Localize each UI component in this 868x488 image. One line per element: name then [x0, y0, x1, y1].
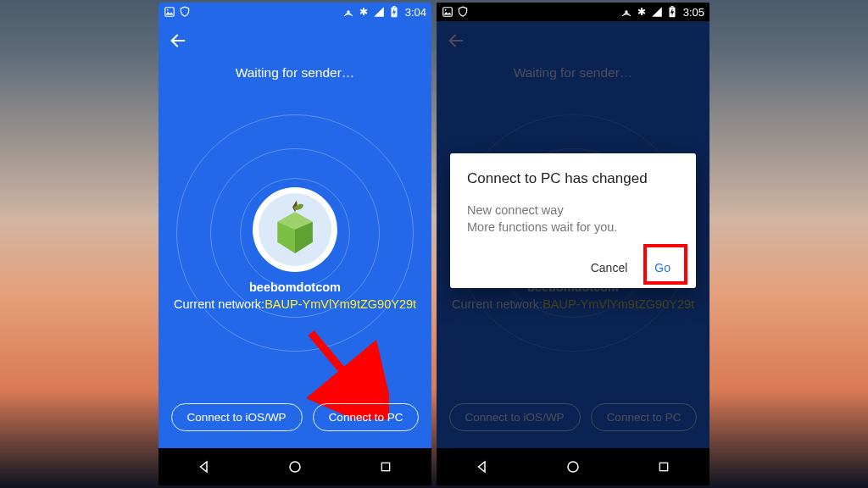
dialog-connect-pc-changed: Connect to PC has changed New connect wa… — [450, 153, 696, 288]
svg-point-2 — [348, 11, 349, 13]
status-left — [442, 6, 469, 18]
hotspot-icon — [620, 6, 632, 18]
dialog-actions: Cancel Go — [467, 254, 679, 281]
connect-pc-button[interactable]: Connect to PC — [313, 403, 420, 431]
status-right: ✱ 3:05 — [620, 6, 704, 19]
svg-rect-11 — [382, 463, 390, 470]
button-row: Connect to iOS/WP Connect to PC — [159, 403, 431, 431]
avatar — [253, 187, 337, 272]
svg-point-14 — [626, 11, 627, 13]
status-bar: ✱ 3:05 — [437, 3, 709, 21]
nav-home-button[interactable] — [565, 458, 581, 475]
network-value: BAUP-YmVlYm9tZG90Y29t — [264, 297, 416, 311]
nav-back-button[interactable] — [474, 458, 491, 475]
back-button[interactable] — [169, 31, 187, 50]
network-label: Current network: — [174, 297, 264, 311]
bluetooth-icon: ✱ — [636, 6, 648, 18]
nav-recent-button[interactable] — [655, 458, 672, 475]
battery-icon — [388, 6, 400, 18]
connect-ios-button[interactable]: Connect to iOS/WP — [171, 403, 303, 431]
dialog-line1: New connect way — [467, 202, 679, 219]
signal-icon — [373, 6, 385, 18]
hotspot-icon — [342, 6, 354, 18]
signal-icon — [651, 6, 663, 18]
svg-point-1 — [167, 9, 169, 11]
svg-rect-16 — [670, 6, 673, 7]
dialog-line2: More functions wait for you. — [467, 219, 679, 236]
dialog-title: Connect to PC has changed — [467, 170, 679, 187]
network-row: Current network:BAUP-YmVlYm9tZG90Y29t — [159, 297, 431, 311]
image-icon — [442, 6, 453, 18]
status-bar: ✱ 3:04 — [159, 3, 431, 21]
phone-right: ✱ 3:05 Waiting for sender… — [437, 3, 709, 485]
shield-icon — [179, 6, 191, 18]
svg-rect-4 — [392, 6, 395, 7]
image-icon — [164, 6, 175, 18]
status-time: 3:05 — [683, 6, 704, 19]
battery-icon — [666, 6, 678, 18]
waiting-text: Waiting for sender… — [236, 65, 355, 80]
svg-rect-12 — [443, 8, 453, 17]
status-right: ✱ 3:04 — [342, 6, 426, 19]
username-label: beebomdotcom — [159, 280, 431, 294]
svg-point-10 — [290, 462, 300, 472]
nav-recent-button[interactable] — [377, 458, 394, 475]
svg-point-13 — [445, 9, 447, 11]
nav-bar — [437, 448, 709, 485]
nav-bar — [159, 448, 431, 485]
nav-back-button[interactable] — [196, 458, 213, 475]
dialog-go-button[interactable]: Go — [646, 254, 679, 281]
shield-icon — [457, 6, 469, 18]
avatar-image — [259, 193, 331, 266]
bluetooth-icon: ✱ — [358, 6, 370, 18]
svg-rect-0 — [165, 8, 175, 17]
dialog-body: New connect way More functions wait for … — [467, 202, 679, 236]
status-time: 3:04 — [405, 6, 426, 19]
svg-rect-22 — [660, 463, 668, 470]
content-area: Waiting for sender… beebomdotco — [437, 21, 709, 448]
nav-home-button[interactable] — [287, 458, 303, 475]
dialog-cancel-button[interactable]: Cancel — [582, 254, 637, 281]
svg-point-21 — [568, 462, 578, 472]
status-left — [164, 6, 191, 18]
content-area: Waiting for sender… beebomdotco — [159, 21, 431, 448]
phones-container: ✱ 3:04 Waiting for sender… — [159, 3, 709, 485]
phone-left: ✱ 3:04 Waiting for sender… — [159, 3, 431, 485]
